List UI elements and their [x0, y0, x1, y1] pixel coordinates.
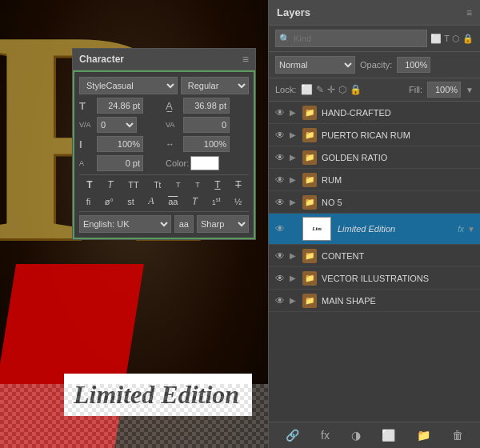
layer-expand-arrow[interactable]: ▶: [290, 274, 299, 282]
allcaps-button[interactable]: TT: [126, 178, 140, 191]
language-aa-row: English: UK aa Sharp: [79, 211, 249, 233]
baseline-input[interactable]: [97, 155, 143, 171]
language-select[interactable]: English: UK: [79, 215, 171, 233]
layer-folder-icon: 📁: [302, 173, 317, 187]
ligature-fi-button[interactable]: fi: [85, 194, 93, 208]
layer-visibility-toggle[interactable]: 👁: [274, 223, 286, 234]
panel-menu-icon[interactable]: ≡: [242, 53, 249, 66]
ligatures-row: fi ø° st A aa T 1st ½: [79, 194, 249, 208]
subscript-button[interactable]: T: [194, 178, 202, 191]
layer-expand-arrow[interactable]: ▶: [290, 130, 299, 139]
ordinal-button[interactable]: 1st: [210, 194, 222, 208]
leading-input[interactable]: [183, 98, 230, 114]
layer-expand-arrow[interactable]: ▶: [290, 108, 299, 117]
layer-folder-icon: 📁: [302, 106, 317, 120]
layer-visibility-toggle[interactable]: 👁: [274, 130, 286, 141]
layer-item[interactable]: 👁 ▶ 📁 CONTENT: [269, 245, 480, 267]
ligature-orn-button[interactable]: ø°: [103, 194, 115, 208]
kerning-select[interactable]: 0: [97, 117, 137, 133]
layer-visibility-toggle[interactable]: 👁: [274, 295, 286, 306]
layer-item[interactable]: 👁 ▶ 📁 VECTOR ILLUSTRATIONS: [269, 267, 480, 290]
layer-expand-arrow[interactable]: ▶: [290, 296, 299, 305]
swash-button[interactable]: A: [146, 194, 155, 208]
lock-move-icon[interactable]: ✛: [327, 84, 335, 95]
fill-arrow[interactable]: ▼: [466, 86, 474, 94]
layer-visibility-toggle[interactable]: 👁: [274, 152, 286, 163]
layer-fx-arrow[interactable]: ▼: [467, 225, 475, 234]
vertical-scale-input[interactable]: [97, 136, 143, 152]
layer-visibility-toggle[interactable]: 👁: [274, 273, 286, 284]
type-filter-icon[interactable]: ⬡: [452, 34, 460, 44]
lock-brush-icon[interactable]: ✎: [316, 84, 324, 95]
layer-visibility-toggle[interactable]: 👁: [274, 197, 286, 208]
shape-filter-icon[interactable]: 🔒: [462, 34, 474, 44]
lock-all-icon[interactable]: 🔒: [350, 84, 362, 95]
layer-item[interactable]: 👁 ▶ 📁 MAIN SHAPE: [269, 290, 480, 312]
italic-button[interactable]: T: [106, 178, 114, 191]
blend-mode-select[interactable]: Normal: [275, 56, 355, 74]
layer-folder-icon: 📁: [302, 195, 317, 210]
layer-item[interactable]: 👁 ▶ 📁 GOLDEN RATIO: [269, 146, 480, 169]
layer-expand-arrow[interactable]: ▶: [290, 198, 299, 206]
search-icon: 🔍: [279, 34, 290, 44]
underline-button[interactable]: T: [213, 178, 222, 191]
link-icon[interactable]: 🔗: [282, 427, 302, 443]
layer-item[interactable]: 👁 ▶ 📁 HAND-CRAFTED: [269, 102, 480, 124]
search-input[interactable]: [294, 34, 423, 43]
tracking-input[interactable]: [183, 117, 230, 133]
layer-name: VECTOR ILLUSTRATIONS: [322, 274, 475, 283]
layer-visibility-toggle[interactable]: 👁: [274, 250, 286, 262]
adjustment-layer-icon[interactable]: ◑: [348, 427, 364, 443]
opacity-input[interactable]: [397, 57, 430, 73]
layer-folder-icon: 📁: [302, 294, 317, 308]
lock-checkerboard-icon[interactable]: ⬜: [301, 84, 313, 95]
layer-expand-arrow[interactable]: ▶: [290, 251, 299, 260]
size-leading-row: T A̲: [79, 98, 249, 114]
layer-fx-badge[interactable]: fx: [458, 225, 464, 234]
superscript-button[interactable]: T: [174, 178, 182, 191]
font-style-select[interactable]: Regular: [181, 77, 249, 94]
kerning-tracking-row: V/A 0 VA: [79, 117, 249, 133]
layers-search-row: 🔍 ⬜ T ⬡ 🔒: [269, 26, 480, 52]
pixel-filter-icon[interactable]: ⬜: [430, 34, 442, 44]
fill-label: Fill:: [409, 85, 422, 94]
layer-item[interactable]: 👁 ▶ 📁 RUM: [269, 169, 480, 191]
layer-item-selected[interactable]: 👁 ▶ Lim Limited Edition fx ▼: [269, 214, 480, 245]
character-panel: Character ≡ StyleCasual Regular T: [72, 48, 256, 240]
bold-button[interactable]: T: [85, 178, 94, 191]
layer-item[interactable]: 👁 ▶ 📁 PUERTO RICAN RUM: [269, 124, 480, 146]
font-family-select[interactable]: StyleCasual: [79, 77, 178, 94]
antialiasing-select[interactable]: Sharp: [197, 215, 249, 233]
horiz-scale-input[interactable]: [183, 136, 230, 152]
style-buttons-row: T T TT Tt T T T T: [79, 174, 249, 191]
aa-button[interactable]: aa: [174, 215, 194, 233]
layer-item[interactable]: 👁 ▶ 📁 NO 5: [269, 191, 480, 214]
lock-label: Lock:: [275, 85, 296, 94]
search-box: 🔍: [275, 30, 427, 47]
lock-artboard-icon[interactable]: ⬡: [338, 84, 346, 95]
fx-icon[interactable]: fx: [318, 427, 333, 443]
layer-visibility-toggle[interactable]: 👁: [274, 107, 286, 118]
strikethrough-button[interactable]: T: [234, 178, 242, 191]
delete-icon[interactable]: 🗑: [449, 427, 466, 443]
mask-icon[interactable]: ⬜: [378, 427, 398, 443]
layer-expand-arrow[interactable]: ▶: [290, 175, 299, 184]
layer-visibility-toggle[interactable]: 👁: [274, 174, 286, 186]
alt-button[interactable]: aa: [166, 194, 179, 208]
ligature-st-button[interactable]: st: [126, 194, 136, 208]
group-icon[interactable]: 📁: [414, 427, 434, 443]
leading-icon: A̲: [166, 100, 182, 112]
horiz-scale-icon: ↔: [166, 139, 182, 149]
tracking-label: VA: [166, 121, 182, 129]
layer-expand-arrow[interactable]: ▶: [290, 153, 299, 162]
font-size-input[interactable]: [97, 98, 143, 114]
adjustment-filter-icon[interactable]: T: [444, 34, 450, 44]
smallcaps-button[interactable]: Tt: [152, 178, 162, 191]
oldstyle-button[interactable]: T: [190, 194, 199, 208]
fill-input[interactable]: [427, 82, 461, 98]
fraction-button[interactable]: ½: [233, 194, 243, 208]
color-swatch[interactable]: [190, 156, 219, 170]
tracking-group: VA: [166, 117, 249, 133]
vertical-scale-icon: I: [79, 138, 95, 150]
layers-menu-icon[interactable]: ≡: [466, 7, 472, 18]
